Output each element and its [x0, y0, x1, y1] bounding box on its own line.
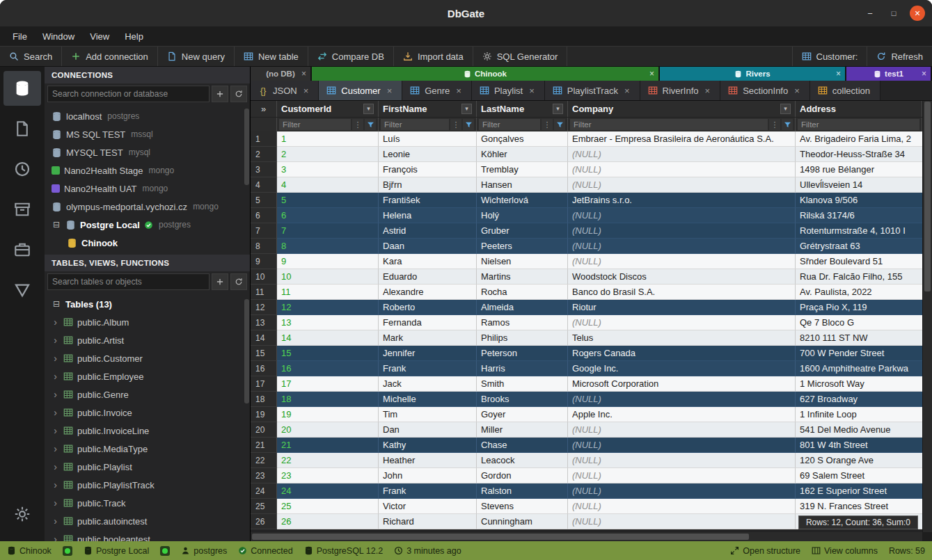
connections-refresh-button[interactable]: [230, 86, 247, 102]
horizontal-scrollbar-thumb[interactable]: [252, 534, 749, 540]
row-number[interactable]: 12: [251, 300, 277, 315]
cell-customerid[interactable]: 12: [277, 300, 379, 315]
table-row[interactable]: 1919TimGoyerApple Inc.1 Infinite Loop: [251, 407, 922, 422]
cell-customerid[interactable]: 13: [277, 315, 379, 330]
connection-chinook[interactable]: Chinook: [45, 234, 250, 252]
toolbar-search[interactable]: Search: [0, 47, 62, 66]
cell-firstname[interactable]: John: [379, 468, 477, 483]
table-public-playlisttrack[interactable]: ›public.PlaylistTrack: [45, 476, 250, 494]
cell-lastname[interactable]: Leacock: [477, 453, 568, 468]
close-icon[interactable]: ×: [529, 86, 535, 95]
cell-lastname[interactable]: Miller: [477, 422, 568, 438]
row-number[interactable]: 20: [251, 422, 277, 438]
cell-address[interactable]: Qe 7 Bloco G: [796, 315, 922, 330]
table-row[interactable]: 22LeonieKöhler(NULL)Theodor-Heuss-Straße…: [251, 147, 922, 162]
cell-lastname[interactable]: Gruber: [477, 223, 568, 239]
cell-company[interactable]: (NULL): [568, 499, 796, 514]
rail-settings-button[interactable]: [3, 497, 41, 531]
cell-address[interactable]: Rilská 3174/6: [796, 208, 922, 223]
cell-firstname[interactable]: Eduardo: [379, 269, 477, 285]
table-row[interactable]: 33FrançoisTremblay(NULL)1498 rue Bélange…: [251, 162, 922, 177]
connection-nano2health-uat[interactable]: Nano2Health UATmongo: [45, 179, 250, 198]
maximize-button[interactable]: □: [886, 6, 901, 21]
table-row[interactable]: 88DaanPeeters(NULL)Grétrystraat 63: [251, 239, 922, 254]
cell-company[interactable]: Google Inc.: [568, 361, 796, 376]
cell-company[interactable]: Embraer - Empresa Brasileira de Aeronáut…: [568, 131, 796, 147]
status-3-minutes-ago[interactable]: 3 minutes ago: [394, 546, 461, 556]
row-number[interactable]: 2: [251, 147, 277, 162]
toolbar-compare-db[interactable]: Compare DB: [308, 47, 394, 66]
column-header-customerid[interactable]: CustomerId▾: [277, 101, 379, 117]
row-number[interactable]: 9: [251, 254, 277, 269]
cell-firstname[interactable]: Leonie: [379, 147, 477, 162]
cell-customerid[interactable]: 16: [277, 361, 379, 376]
cell-company[interactable]: (NULL): [568, 483, 796, 499]
table-row[interactable]: 1010EduardoMartinsWoodstock DiscosRua Dr…: [251, 269, 922, 285]
row-number[interactable]: 8: [251, 239, 277, 254]
cell-customerid[interactable]: 17: [277, 376, 379, 392]
filter-menu-button[interactable]: ⋮: [450, 119, 461, 130]
cell-firstname[interactable]: Heather: [379, 453, 477, 468]
row-number[interactable]: 16: [251, 361, 277, 376]
status-open-structure[interactable]: Open structure: [730, 546, 800, 556]
table-public-mediatype[interactable]: ›public.MediaType: [45, 440, 250, 458]
filter-input-company[interactable]: [570, 119, 768, 130]
cell-address[interactable]: 801 W 4th Street: [796, 438, 922, 453]
table-public-track[interactable]: ›public.Track: [45, 494, 250, 512]
cell-customerid[interactable]: 26: [277, 514, 379, 529]
row-number[interactable]: 10: [251, 269, 277, 285]
cell-customerid[interactable]: 8: [277, 239, 379, 254]
table-row[interactable]: 2323JohnGordon(NULL)69 Salem Street: [251, 468, 922, 483]
cell-lastname[interactable]: Ramos: [477, 315, 568, 330]
cell-lastname[interactable]: Brooks: [477, 392, 568, 407]
cell-lastname[interactable]: Peeters: [477, 239, 568, 254]
table-row[interactable]: 1515JenniferPetersonRogers Canada700 W P…: [251, 346, 922, 361]
cell-company[interactable]: (NULL): [568, 438, 796, 453]
close-icon[interactable]: ×: [705, 86, 711, 95]
file-tab-riverinfo[interactable]: RiverInfo×: [640, 81, 721, 100]
column-menu-button[interactable]: ▾: [461, 104, 472, 114]
column-menu-button[interactable]: ▾: [780, 104, 791, 114]
cell-company[interactable]: (NULL): [568, 315, 796, 330]
table-row[interactable]: 1717JackSmithMicrosoft Corporation1 Micr…: [251, 376, 922, 392]
table-public-genre[interactable]: ›public.Genre: [45, 385, 250, 403]
filter-menu-button[interactable]: ⋮: [352, 119, 363, 130]
filter-menu-button[interactable]: ⋮: [769, 119, 780, 130]
row-number[interactable]: 18: [251, 392, 277, 407]
table-row[interactable]: 1313FernandaRamos(NULL)Qe 7 Bloco G: [251, 315, 922, 330]
cell-address[interactable]: 1 Infinite Loop: [796, 407, 922, 422]
cell-address[interactable]: 1498 rue Bélanger: [796, 162, 922, 177]
cell-address[interactable]: Sřnder Boulevard 51: [796, 254, 922, 269]
cell-address[interactable]: 162 E Superior Street: [796, 483, 922, 499]
cell-customerid[interactable]: 14: [277, 330, 379, 346]
cell-lastname[interactable]: Goyer: [477, 407, 568, 422]
row-number[interactable]: 14: [251, 330, 277, 346]
cell-address[interactable]: 319 N. Frances Street: [796, 499, 922, 514]
status-postgresql-12-2[interactable]: PostgreSQL 12.2: [304, 546, 383, 556]
toolbar-new-table[interactable]: New table: [235, 47, 308, 66]
rail-history-button[interactable]: [3, 152, 41, 186]
cell-lastname[interactable]: Wichterlová: [477, 193, 568, 208]
column-header-lastname[interactable]: LastName▾: [477, 101, 568, 117]
table-row[interactable]: 55FrantišekWichterlováJetBrains s.r.o.Kl…: [251, 193, 922, 208]
status-indicator[interactable]: [160, 546, 170, 556]
cell-address[interactable]: 8210 111 ST NW: [796, 330, 922, 346]
file-tab-json[interactable]: {}JSON×: [251, 81, 319, 100]
filter-menu-button[interactable]: ⋮: [542, 119, 553, 130]
titlebar[interactable]: DbGate −□×: [0, 0, 932, 26]
vertical-scrollbar[interactable]: [922, 101, 932, 532]
cell-customerid[interactable]: 20: [277, 422, 379, 438]
connection-ms-sql-test[interactable]: MS SQL TESTmssql: [45, 125, 250, 143]
cell-firstname[interactable]: Fernanda: [379, 315, 477, 330]
row-number[interactable]: 4: [251, 177, 277, 193]
menu-window[interactable]: Window: [35, 29, 81, 44]
row-number[interactable]: 26: [251, 514, 277, 529]
close-icon[interactable]: ×: [303, 86, 309, 95]
connection-postgre-local[interactable]: ⊟Postgre Localpostgres: [45, 216, 250, 234]
cell-firstname[interactable]: Michelle: [379, 392, 477, 407]
cell-customerid[interactable]: 10: [277, 269, 379, 285]
cell-customerid[interactable]: 7: [277, 223, 379, 239]
cell-customerid[interactable]: 2: [277, 147, 379, 162]
cell-firstname[interactable]: Alexandre: [379, 285, 477, 300]
menu-view[interactable]: View: [83, 29, 116, 44]
